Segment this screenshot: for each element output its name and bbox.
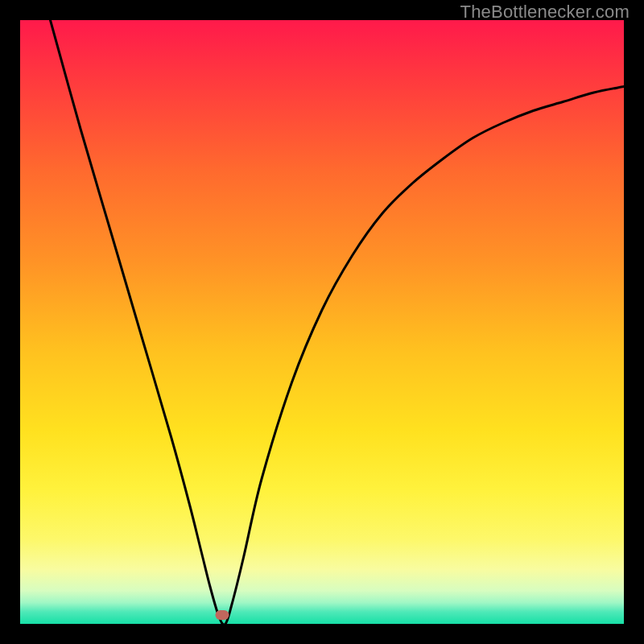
optimum-marker [216,610,229,620]
bottleneck-curve-path [51,20,625,624]
curve-svg [20,20,624,624]
plot-area [20,20,624,624]
chart-frame: TheBottlenecker.com [0,0,644,644]
